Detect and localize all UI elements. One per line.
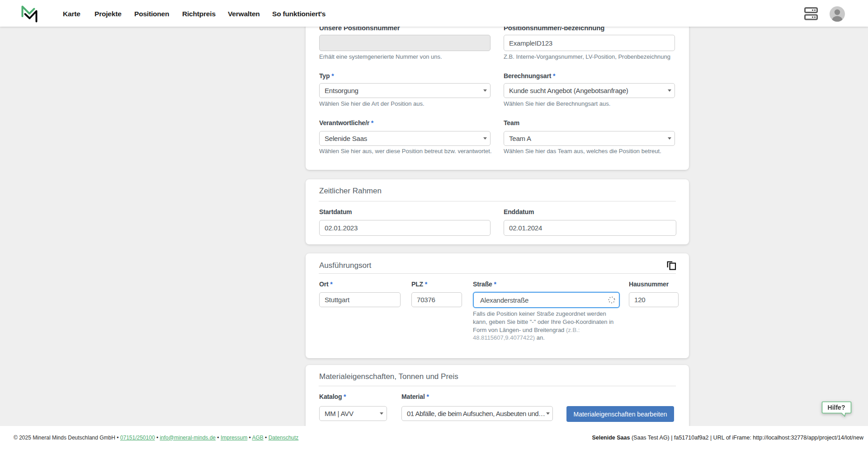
svg-text:Hilfe?: Hilfe? — [828, 404, 845, 411]
